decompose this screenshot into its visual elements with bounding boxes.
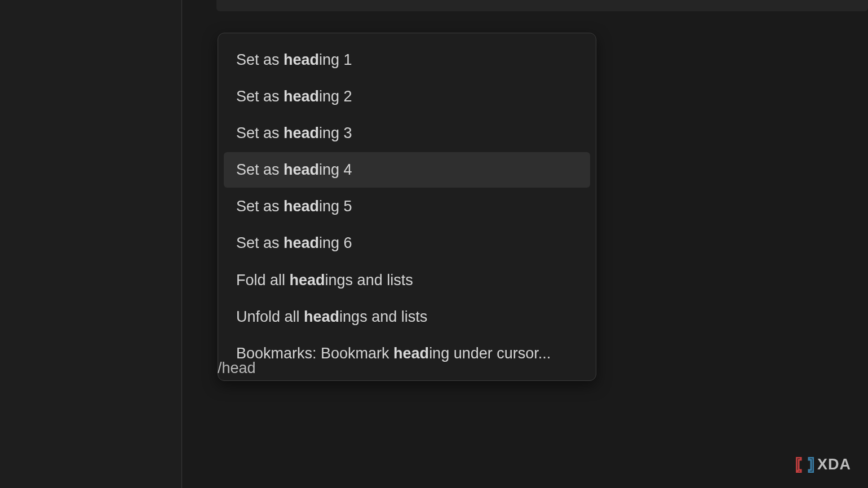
command-item-3[interactable]: Set as heading 4 <box>224 152 590 188</box>
command-text-before: Set as <box>236 125 284 141</box>
command-text-before: Set as <box>236 234 284 251</box>
command-text-match: head <box>284 88 319 105</box>
command-item-8[interactable]: Bookmarks: Bookmark heading under cursor… <box>224 336 590 371</box>
command-text-after: ing under cursor... <box>429 345 551 362</box>
command-text-match: head <box>284 234 319 251</box>
sidebar <box>0 0 182 488</box>
command-item-7[interactable]: Unfold all headings and lists <box>224 299 590 335</box>
command-palette: Set as heading 1Set as heading 2Set as h… <box>218 33 596 381</box>
top-bar <box>216 0 868 11</box>
command-item-4[interactable]: Set as heading 5 <box>224 189 590 224</box>
command-text-after: ings and lists <box>339 308 427 325</box>
command-text-after: ing 6 <box>319 234 352 251</box>
command-text-before: Set as <box>236 51 284 68</box>
command-text-match: head <box>290 272 325 289</box>
xda-watermark-text: XDA <box>817 456 851 473</box>
command-item-5[interactable]: Set as heading 6 <box>224 225 590 261</box>
command-text-after: ing 5 <box>319 198 352 215</box>
command-text-before: Set as <box>236 88 284 105</box>
command-item-6[interactable]: Fold all headings and lists <box>224 263 590 298</box>
command-text-match: head <box>393 345 429 362</box>
command-text-match: head <box>304 308 339 325</box>
command-text-match: head <box>284 51 319 68</box>
command-text-after: ing 3 <box>319 125 352 141</box>
command-text-before: Unfold all <box>236 308 304 325</box>
command-text-match: head <box>284 161 319 178</box>
command-item-0[interactable]: Set as heading 1 <box>224 42 590 78</box>
command-text-before: Fold all <box>236 272 290 289</box>
command-text-match: head <box>284 198 319 215</box>
command-text-after: ings and lists <box>325 272 413 289</box>
command-text-after: ing 1 <box>319 51 352 68</box>
command-text-before: Set as <box>236 161 284 178</box>
command-item-1[interactable]: Set as heading 2 <box>224 79 590 114</box>
xda-logo-icon <box>796 457 814 473</box>
command-text-after: ing 2 <box>319 88 352 105</box>
slash-command-input[interactable]: /head <box>218 360 256 377</box>
command-text-after: ing 4 <box>319 161 352 178</box>
command-item-2[interactable]: Set as heading 3 <box>224 116 590 151</box>
command-text-match: head <box>284 125 319 141</box>
xda-watermark: XDA <box>796 456 851 473</box>
command-text-before: Set as <box>236 198 284 215</box>
command-text-before: Bookmarks: Bookmark <box>236 345 393 362</box>
